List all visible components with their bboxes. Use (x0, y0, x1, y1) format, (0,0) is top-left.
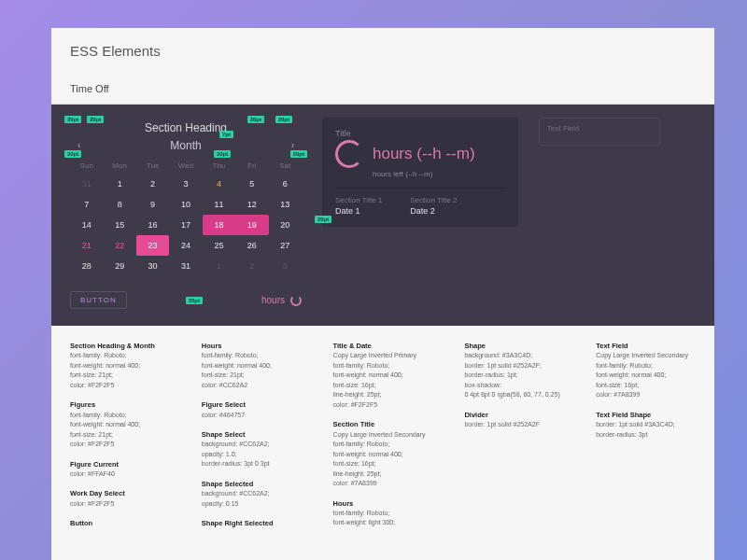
spec-title: Figure Current (70, 459, 170, 469)
spec-line: color: #F2F2F5 (70, 499, 170, 510)
day-cell[interactable]: 13 (269, 194, 302, 215)
spec-columns: Section Heading & Monthfont-family: Robo… (51, 326, 714, 553)
day-cell-selected[interactable]: 19 (235, 215, 268, 235)
spec-title: Section Title (333, 419, 433, 429)
spec-title: Shape (464, 341, 564, 351)
calendar: 20pt 20pt 20pt 20pt Section Heading 7pt … (70, 118, 302, 309)
spec-line: background: #3A3C4D; (464, 351, 564, 361)
dow: Mon (103, 158, 135, 174)
day-cell[interactable]: 1 (103, 174, 135, 194)
day-cell[interactable]: 28 (70, 256, 103, 276)
spec-line: font-family: Roboto; (202, 351, 302, 361)
day-cell[interactable]: 3 (169, 174, 202, 194)
spec-line: color: #464757 (202, 411, 302, 421)
day-cell[interactable]: 31 (169, 256, 202, 276)
day-cell-focus[interactable]: 23 (136, 235, 169, 256)
day-cell[interactable]: 15 (103, 215, 135, 235)
spacing-tag: 20pt (64, 116, 81, 123)
spec-title: Figure Select (202, 399, 302, 410)
spec-title: Divider (464, 410, 564, 420)
dow: Fri (235, 158, 268, 174)
day-cell[interactable]: 1 (203, 256, 235, 276)
day-cell-selected[interactable]: 18 (203, 215, 235, 235)
day-cell[interactable]: 3 (269, 256, 302, 276)
spec-line: font-size: 21pt; (70, 371, 170, 381)
spec-title: Shape Select (202, 429, 302, 440)
section-title-1: Section Title 1 (335, 196, 382, 204)
calendar-button[interactable]: BUTTON (70, 291, 127, 309)
spec-line: opacity: 0.15 (202, 499, 302, 510)
spec-line: background: #CC62A2; (202, 489, 302, 499)
day-cell[interactable]: 7 (70, 194, 103, 215)
day-cell[interactable]: 8 (103, 194, 135, 215)
spacing-tag: 20pt (290, 150, 307, 158)
day-cell[interactable]: 25 (203, 235, 235, 256)
hours-left-label: hours left (--h --m) (373, 170, 505, 178)
spec-line: font-size: 21pt; (70, 430, 170, 441)
spec-line: line-height: 25pt; (333, 469, 433, 480)
day-cell[interactable]: 2 (235, 256, 268, 276)
spec-line: color: #CC62A2 (202, 381, 302, 391)
spec-line: border-radius: 3pt (596, 430, 696, 441)
spec-title: Text Field Shape (596, 410, 696, 420)
spec-line: border: 1pt solid #3A3C4D; (596, 420, 696, 430)
day-cell[interactable]: 24 (169, 235, 202, 256)
day-cell[interactable]: 20 (269, 215, 302, 235)
day-cell[interactable]: 31 (70, 174, 103, 194)
day-cell[interactable]: 26 (235, 235, 268, 256)
spacing-tag: 20pt (64, 150, 81, 158)
spec-title: Title & Date (333, 341, 433, 351)
day-cell[interactable]: 11 (203, 194, 235, 215)
spec-line: font-family: Roboto; (333, 440, 433, 450)
day-cell[interactable]: 21 (70, 235, 103, 256)
spec-line: font-weight: light 300; (333, 518, 433, 528)
day-cell[interactable]: 5 (235, 174, 268, 194)
spec-line: font-weight: normal 400; (70, 420, 170, 430)
day-cell[interactable]: 2 (136, 174, 169, 194)
day-cell[interactable]: 22 (103, 235, 135, 256)
day-cell[interactable]: 30 (136, 256, 169, 276)
spec-title: Hours (202, 341, 302, 351)
spec-title: Shape Selected (202, 479, 302, 489)
hours-pill-label: hours (261, 295, 285, 305)
text-field[interactable]: Text Field (539, 118, 660, 146)
section-title-2: Section Title 2 (410, 196, 457, 204)
hours-card: Title hours (--h --m) hours left (--h --… (322, 118, 518, 227)
day-cell[interactable]: 29 (103, 256, 135, 276)
spec-line: font-size: 16pt; (333, 459, 433, 469)
day-cell[interactable]: 9 (136, 194, 169, 215)
day-cell[interactable]: 27 (269, 235, 302, 256)
section-title: Time Off (51, 74, 714, 105)
spec-line: color: #F2F2F5 (70, 381, 170, 391)
day-cell[interactable]: 16 (136, 215, 169, 235)
spec-line: font-family: Roboto; (596, 361, 696, 371)
spec-line: border: 1pt solid #252A2F; (464, 361, 564, 371)
spacing-tag: 20pt (186, 297, 203, 304)
spec-title: Shape Right Selected (202, 518, 302, 528)
spec-line: border-radius: 3pt 0 3pt (202, 459, 302, 469)
day-cell[interactable]: 12 (235, 194, 268, 215)
calendar-grid: Sun Mon Tue Wed Thu Fri Sat 31 1 2 3 4 5… (70, 158, 302, 276)
spec-line: border: 1pt solid #252A2F (464, 420, 564, 430)
spec-line: font-family: Roboto; (70, 351, 170, 361)
spec-line: font-size: 16pt; (596, 381, 696, 391)
spec-line: font-size: 16pt; (333, 381, 433, 391)
spec-line: font-family: Roboto; (333, 509, 433, 519)
day-cell[interactable]: 6 (269, 174, 302, 194)
dow: Sun (70, 158, 103, 174)
day-cell[interactable]: 10 (169, 194, 202, 215)
spec-title: Text Field (596, 341, 696, 351)
spec-line: Copy Large Inverted Primary (333, 351, 433, 361)
calendar-heading: Section Heading (70, 118, 302, 138)
spec-line: opacity: 1.0; (202, 450, 302, 460)
spec-line: font-weight: normal 400; (70, 361, 170, 371)
day-cell[interactable]: 14 (70, 215, 103, 235)
day-cell-today[interactable]: 4 (203, 174, 235, 194)
spec-line: background: #CC62A2; (202, 440, 302, 450)
spec-title: Figures (70, 399, 170, 410)
spec-line: Copy Large Inverted Secondary (596, 351, 696, 361)
spec-line: font-weight: normal 400; (202, 361, 302, 371)
day-cell[interactable]: 17 (169, 215, 202, 235)
spec-line: box-shadow: (464, 381, 564, 391)
spec-line: font-weight: normal 400; (596, 371, 696, 381)
